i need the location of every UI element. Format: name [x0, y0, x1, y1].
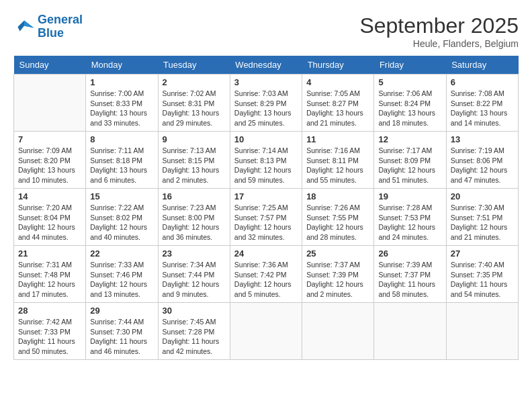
day-info: Sunrise: 7:40 AMSunset: 7:35 PMDaylight:…	[451, 260, 514, 300]
calendar-cell: 24Sunrise: 7:36 AMSunset: 7:42 PMDayligh…	[230, 246, 302, 303]
calendar-cell: 4Sunrise: 7:05 AMSunset: 8:27 PMDaylight…	[302, 75, 374, 132]
day-info: Sunrise: 7:33 AMSunset: 7:46 PMDaylight:…	[90, 260, 153, 300]
day-info: Sunrise: 7:26 AMSunset: 7:55 PMDaylight:…	[306, 203, 369, 242]
calendar-cell: 8Sunrise: 7:11 AMSunset: 8:18 PMDaylight…	[86, 132, 158, 189]
day-info: Sunrise: 7:05 AMSunset: 8:27 PMDaylight:…	[306, 89, 369, 128]
calendar-cell: 27Sunrise: 7:40 AMSunset: 7:35 PMDayligh…	[446, 246, 518, 303]
calendar-cell	[14, 75, 86, 132]
day-info: Sunrise: 7:39 AMSunset: 7:37 PMDaylight:…	[378, 260, 441, 300]
day-number: 26	[378, 248, 441, 259]
calendar-cell: 7Sunrise: 7:09 AMSunset: 8:20 PMDaylight…	[14, 132, 86, 189]
calendar-cell: 20Sunrise: 7:30 AMSunset: 7:51 PMDayligh…	[446, 189, 518, 246]
day-info: Sunrise: 7:02 AMSunset: 8:31 PMDaylight:…	[163, 89, 226, 128]
calendar-cell: 25Sunrise: 7:37 AMSunset: 7:39 PMDayligh…	[302, 246, 374, 303]
calendar-cell: 23Sunrise: 7:34 AMSunset: 7:44 PMDayligh…	[158, 246, 230, 303]
day-number: 4	[306, 77, 369, 87]
page-header: General Blue September 2025 Heule, Fland…	[13, 13, 519, 49]
weekday-header: Saturday	[446, 56, 518, 75]
day-info: Sunrise: 7:14 AMSunset: 8:13 PMDaylight:…	[234, 146, 298, 185]
calendar-week-row: 14Sunrise: 7:20 AMSunset: 8:04 PMDayligh…	[14, 189, 519, 246]
calendar-table: SundayMondayTuesdayWednesdayThursdayFrid…	[13, 56, 519, 360]
calendar-cell	[374, 303, 446, 360]
weekday-header: Friday	[374, 56, 446, 75]
day-info: Sunrise: 7:25 AMSunset: 7:57 PMDaylight:…	[234, 203, 298, 242]
day-number: 24	[234, 248, 298, 259]
calendar-cell	[446, 303, 518, 360]
day-number: 6	[451, 77, 514, 87]
day-number: 13	[451, 134, 514, 144]
day-number: 12	[378, 134, 441, 144]
day-number: 21	[18, 248, 81, 259]
day-info: Sunrise: 7:20 AMSunset: 8:04 PMDaylight:…	[18, 203, 81, 242]
calendar-cell: 16Sunrise: 7:23 AMSunset: 8:00 PMDayligh…	[158, 189, 230, 246]
day-info: Sunrise: 7:08 AMSunset: 8:22 PMDaylight:…	[451, 89, 514, 128]
day-number: 3	[234, 77, 298, 87]
day-info: Sunrise: 7:44 AMSunset: 7:30 PMDaylight:…	[90, 317, 153, 357]
day-number: 18	[306, 191, 369, 201]
day-number: 23	[163, 248, 226, 259]
calendar-week-row: 7Sunrise: 7:09 AMSunset: 8:20 PMDaylight…	[14, 132, 519, 189]
svg-marker-1	[24, 20, 34, 28]
calendar-cell: 13Sunrise: 7:19 AMSunset: 8:06 PMDayligh…	[446, 132, 518, 189]
logo-text: General Blue	[38, 13, 83, 40]
day-number: 16	[163, 191, 226, 201]
weekday-header: Wednesday	[230, 56, 302, 75]
calendar-week-row: 1Sunrise: 7:00 AMSunset: 8:33 PMDaylight…	[14, 75, 519, 132]
day-number: 25	[306, 248, 369, 259]
calendar-cell	[302, 303, 374, 360]
day-info: Sunrise: 7:19 AMSunset: 8:06 PMDaylight:…	[451, 146, 514, 185]
calendar-week-row: 21Sunrise: 7:31 AMSunset: 7:48 PMDayligh…	[14, 246, 519, 303]
logo-line2: Blue	[38, 26, 64, 40]
calendar-cell: 15Sunrise: 7:22 AMSunset: 8:02 PMDayligh…	[86, 189, 158, 246]
logo: General Blue	[13, 13, 83, 40]
day-number: 22	[90, 248, 153, 259]
calendar-cell: 30Sunrise: 7:45 AMSunset: 7:28 PMDayligh…	[158, 303, 230, 360]
day-number: 20	[451, 191, 514, 201]
logo-line1: General	[38, 13, 83, 26]
calendar-cell: 26Sunrise: 7:39 AMSunset: 7:37 PMDayligh…	[374, 246, 446, 303]
calendar-cell: 19Sunrise: 7:28 AMSunset: 7:53 PMDayligh…	[374, 189, 446, 246]
calendar-cell: 17Sunrise: 7:25 AMSunset: 7:57 PMDayligh…	[230, 189, 302, 246]
day-number: 19	[378, 191, 441, 201]
logo-icon	[13, 16, 35, 38]
day-number: 30	[163, 306, 226, 316]
day-number: 15	[90, 191, 153, 201]
month-title: September 2025	[359, 13, 519, 38]
calendar-cell: 22Sunrise: 7:33 AMSunset: 7:46 PMDayligh…	[86, 246, 158, 303]
day-info: Sunrise: 7:28 AMSunset: 7:53 PMDaylight:…	[378, 203, 441, 242]
calendar-week-row: 28Sunrise: 7:42 AMSunset: 7:33 PMDayligh…	[14, 303, 519, 360]
day-info: Sunrise: 7:34 AMSunset: 7:44 PMDaylight:…	[163, 260, 226, 300]
calendar-cell: 10Sunrise: 7:14 AMSunset: 8:13 PMDayligh…	[230, 132, 302, 189]
weekday-header: Tuesday	[158, 56, 230, 75]
day-number: 2	[163, 77, 226, 87]
day-number: 28	[18, 306, 81, 316]
day-number: 9	[163, 134, 226, 144]
calendar-cell: 21Sunrise: 7:31 AMSunset: 7:48 PMDayligh…	[14, 246, 86, 303]
day-number: 7	[18, 134, 81, 144]
day-info: Sunrise: 7:13 AMSunset: 8:15 PMDaylight:…	[163, 146, 226, 185]
weekday-header: Thursday	[302, 56, 374, 75]
weekday-header-row: SundayMondayTuesdayWednesdayThursdayFrid…	[14, 56, 519, 75]
day-number: 5	[378, 77, 441, 87]
day-number: 10	[234, 134, 298, 144]
calendar-cell: 5Sunrise: 7:06 AMSunset: 8:24 PMDaylight…	[374, 75, 446, 132]
day-number: 14	[18, 191, 81, 201]
day-info: Sunrise: 7:30 AMSunset: 7:51 PMDaylight:…	[451, 203, 514, 242]
calendar-cell: 18Sunrise: 7:26 AMSunset: 7:55 PMDayligh…	[302, 189, 374, 246]
day-info: Sunrise: 7:22 AMSunset: 8:02 PMDaylight:…	[90, 203, 153, 242]
calendar-cell: 2Sunrise: 7:02 AMSunset: 8:31 PMDaylight…	[158, 75, 230, 132]
day-info: Sunrise: 7:17 AMSunset: 8:09 PMDaylight:…	[378, 146, 441, 185]
calendar-cell: 12Sunrise: 7:17 AMSunset: 8:09 PMDayligh…	[374, 132, 446, 189]
calendar-cell: 9Sunrise: 7:13 AMSunset: 8:15 PMDaylight…	[158, 132, 230, 189]
day-info: Sunrise: 7:16 AMSunset: 8:11 PMDaylight:…	[306, 146, 369, 185]
day-info: Sunrise: 7:00 AMSunset: 8:33 PMDaylight:…	[90, 89, 153, 128]
weekday-header: Monday	[86, 56, 158, 75]
calendar-cell: 1Sunrise: 7:00 AMSunset: 8:33 PMDaylight…	[86, 75, 158, 132]
day-info: Sunrise: 7:09 AMSunset: 8:20 PMDaylight:…	[18, 146, 81, 185]
day-number: 17	[234, 191, 298, 201]
day-number: 8	[90, 134, 153, 144]
calendar-cell	[230, 303, 302, 360]
day-info: Sunrise: 7:42 AMSunset: 7:33 PMDaylight:…	[18, 317, 81, 357]
day-number: 1	[90, 77, 153, 87]
calendar-cell: 6Sunrise: 7:08 AMSunset: 8:22 PMDaylight…	[446, 75, 518, 132]
